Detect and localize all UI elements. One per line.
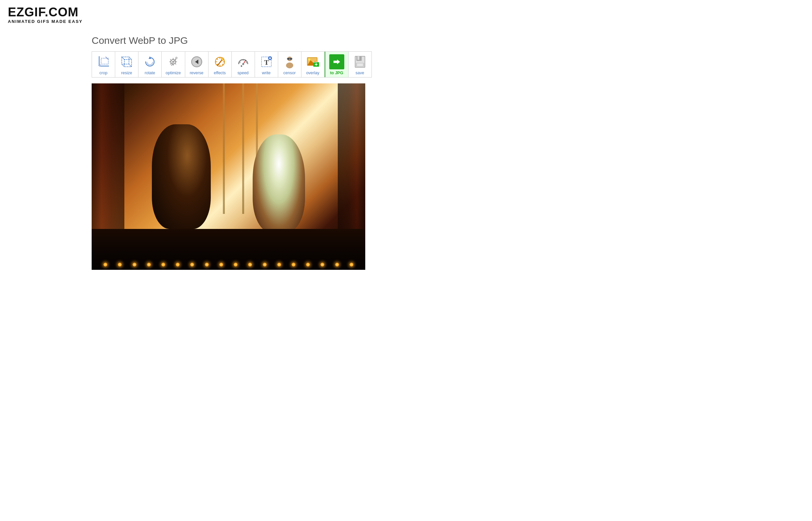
speed-icon bbox=[236, 54, 251, 69]
effects-icon bbox=[213, 54, 227, 69]
svg-point-30 bbox=[221, 58, 224, 61]
svg-line-7 bbox=[122, 57, 124, 60]
svg-line-8 bbox=[129, 57, 132, 60]
stage-lights bbox=[92, 229, 365, 270]
page-title: Convert WebP to JPG bbox=[92, 35, 812, 46]
crop-icon bbox=[96, 54, 111, 69]
main-content: Convert WebP to JPG crop bbox=[0, 28, 812, 270]
tool-save[interactable]: save bbox=[349, 52, 371, 77]
rotate-label: rotate bbox=[145, 71, 155, 75]
tool-effects[interactable]: effects bbox=[209, 52, 232, 77]
svg-line-26 bbox=[222, 64, 223, 65]
logo-link[interactable]: EZGIF.COM ANIMATED GIFS MADE EASY bbox=[8, 6, 804, 24]
tool-resize[interactable]: resize bbox=[115, 52, 138, 77]
resize-icon bbox=[119, 54, 134, 69]
censor-icon bbox=[282, 54, 297, 69]
svg-text:T: T bbox=[264, 58, 269, 66]
toolbar: crop resize bbox=[92, 51, 372, 77]
header: EZGIF.COM ANIMATED GIFS MADE EASY bbox=[0, 0, 812, 28]
rotate-icon bbox=[142, 54, 157, 69]
svg-line-10 bbox=[129, 64, 132, 67]
tojpg-label: to JPG bbox=[330, 71, 343, 75]
save-label: save bbox=[355, 71, 364, 75]
save-icon bbox=[352, 54, 368, 69]
tool-crop[interactable]: crop bbox=[92, 52, 115, 77]
image-container bbox=[92, 84, 365, 270]
tool-tojpg[interactable]: to JPG bbox=[325, 52, 349, 77]
logo-sub: ANIMATED GIFS MADE EASY bbox=[8, 19, 804, 24]
write-label: write bbox=[262, 71, 270, 75]
svg-line-25 bbox=[217, 59, 218, 60]
resize-label: resize bbox=[121, 71, 132, 75]
svg-line-33 bbox=[246, 63, 247, 63]
svg-rect-59 bbox=[357, 56, 359, 60]
censor-label: censor bbox=[283, 71, 296, 75]
write-icon: T bbox=[259, 54, 274, 69]
tool-overlay[interactable]: overlay bbox=[302, 52, 325, 77]
tool-reverse[interactable]: reverse bbox=[185, 52, 209, 77]
optimize-label: optimize bbox=[166, 71, 181, 75]
tojpg-icon bbox=[329, 54, 344, 69]
reverse-label: reverse bbox=[190, 71, 203, 75]
tool-write[interactable]: T write bbox=[255, 52, 278, 77]
svg-point-43 bbox=[286, 63, 293, 68]
svg-point-35 bbox=[242, 63, 244, 65]
overlay-icon bbox=[305, 54, 321, 69]
svg-point-50 bbox=[308, 59, 310, 61]
tool-speed[interactable]: speed bbox=[232, 52, 255, 77]
tool-censor[interactable]: censor bbox=[278, 52, 302, 77]
tool-rotate[interactable]: rotate bbox=[138, 52, 162, 77]
effects-label: effects bbox=[214, 71, 226, 75]
crop-label: crop bbox=[100, 71, 107, 75]
svg-point-15 bbox=[175, 57, 177, 59]
logo-main: EZGIF.COM bbox=[8, 6, 804, 18]
svg-line-29 bbox=[218, 60, 222, 65]
svg-line-32 bbox=[240, 63, 241, 63]
svg-rect-2 bbox=[101, 58, 108, 64]
svg-line-9 bbox=[122, 64, 124, 67]
optimize-icon bbox=[166, 54, 181, 69]
speed-label: speed bbox=[238, 71, 249, 75]
image-preview bbox=[92, 84, 365, 270]
svg-rect-61 bbox=[357, 64, 363, 66]
reverse-icon bbox=[189, 54, 204, 69]
tool-optimize[interactable]: optimize bbox=[162, 52, 185, 77]
overlay-label: overlay bbox=[306, 71, 319, 75]
svg-marker-36 bbox=[241, 65, 243, 67]
